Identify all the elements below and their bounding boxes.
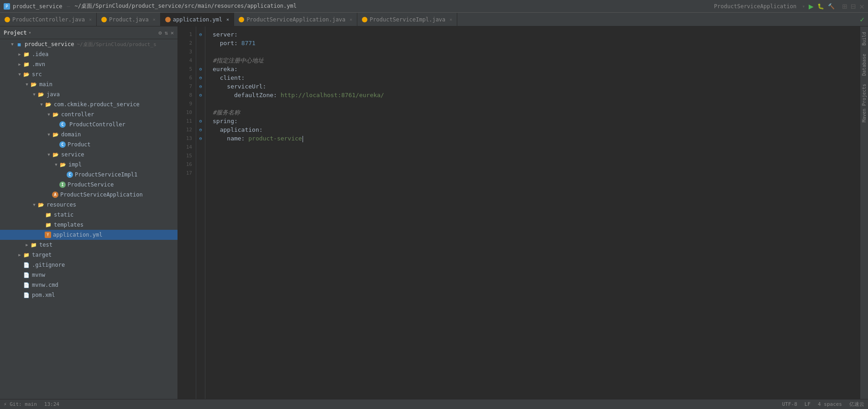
line-num-6: 6 [178, 73, 196, 82]
project-tree[interactable]: ▼ ■ product_service ~/桌面/SprinCloud/prod… [0, 39, 178, 399]
code-line-16 [213, 160, 860, 169]
folder-open-icon: 📂 [52, 111, 59, 118]
tree-path: ~/桌面/SprinCloud/product_s [77, 41, 156, 48]
status-bar: ⚡ Git: main 13:24 UTF-8 LF 4 spaces 亿速云 [0, 399, 868, 409]
tree-label: main [39, 81, 52, 88]
tree-mvn[interactable]: ▶ 📁 .mvn [0, 59, 178, 69]
tab-close[interactable]: ✕ [350, 17, 352, 22]
line-num-7: 7 [178, 82, 196, 91]
tree-gitignore[interactable]: 📄 .gitignore [0, 260, 178, 270]
line-num-14: 14 [178, 143, 196, 151]
expand-icon[interactable]: ⇅ [165, 30, 168, 36]
gutter-fold-1: ⊖ [196, 30, 205, 39]
tree-resources-pkg[interactable]: ▼ 📂 resources [0, 200, 178, 210]
tree-label: impl [68, 161, 82, 168]
tab-application[interactable]: application.yml ✕ [161, 13, 234, 26]
tree-target[interactable]: ▶ 📁 target [0, 250, 178, 260]
tree-label: templates [54, 222, 84, 228]
line-num-11: 11 [178, 117, 196, 125]
debug-button[interactable]: 🐛 [817, 3, 824, 10]
gutter-14 [196, 143, 205, 151]
tree-mvnw-cmd[interactable]: 📄 mvnw.cmd [0, 280, 178, 290]
tree-templates[interactable]: 📁 templates [0, 220, 178, 230]
tree-label: controller [61, 111, 94, 118]
file-icon: 📄 [23, 291, 30, 299]
code-line-4: #指定注册中心地址 [213, 56, 860, 65]
folder-open-icon: 📂 [37, 91, 45, 98]
code-editor[interactable]: server: port: 8771 #指定注册中心地址 eureka: cli… [205, 26, 860, 399]
title-bar: P product_service – ~/桌面/SprinCloud/prod… [0, 0, 868, 13]
close-panel-icon[interactable]: ✕ [171, 30, 174, 36]
tree-label: src [32, 71, 42, 78]
tree-ProductController[interactable]: C ProductController [0, 119, 178, 129]
tree-label: mvnw [32, 272, 45, 278]
code-line-14 [213, 143, 860, 151]
code-line-10: #服务名称 [213, 108, 860, 117]
tab-ProductController[interactable]: ProductController.java ✕ [0, 13, 97, 26]
code-line-9 [213, 99, 860, 108]
tab-Product[interactable]: Product.java ✕ [97, 13, 161, 26]
folder-icon: 📁 [45, 211, 52, 218]
gutter-16 [196, 160, 205, 169]
gutter-2 [196, 39, 205, 47]
run-button[interactable]: ▶ [809, 3, 814, 10]
gutter-fold-6: ⊖ [196, 73, 205, 82]
tab-ProductServiceImpl[interactable]: ProductServiceImpl.java ✕ [357, 13, 457, 26]
code-line-1: server: [213, 30, 860, 39]
tree-idea[interactable]: ▶ 📁 .idea [0, 49, 178, 59]
tab-label: Product.java [109, 16, 149, 23]
yml-icon [165, 17, 171, 22]
tree-static[interactable]: 📁 static [0, 210, 178, 220]
code-line-11: spring: [213, 117, 860, 125]
tree-application-yml[interactable]: Y application.yml [0, 230, 178, 240]
tree-label: test [39, 242, 52, 248]
line-num-16: 16 [178, 160, 196, 169]
tree-Product[interactable]: C Product [0, 140, 178, 150]
tree-label: .gitignore [32, 262, 65, 268]
tree-mvnw[interactable]: 📄 mvnw [0, 270, 178, 280]
line-num-1: 1 [178, 30, 196, 39]
title-bar-right: ProductServiceApplication ▾ ▶ 🐛 🔨 ⊞ ⊟ ✕ [714, 1, 864, 11]
tab-close[interactable]: ✕ [226, 17, 229, 22]
code-line-3 [213, 47, 860, 56]
tree-ProductServiceApplication[interactable]: A ProductServiceApplication [0, 190, 178, 200]
tree-ProductService[interactable]: I ProductService [0, 180, 178, 190]
tree-package[interactable]: ▼ 📂 com.ckmike.product_service [0, 99, 178, 109]
tree-label: product_service [25, 41, 74, 47]
sidebar-database-label[interactable]: Database [861, 50, 868, 79]
java-icon [5, 17, 10, 22]
tree-domain-pkg[interactable]: ▼ 📂 domain [0, 129, 178, 140]
gutter-9 [196, 99, 205, 108]
line-num-9: 9 [178, 99, 196, 108]
line-num-15: 15 [178, 151, 196, 160]
line-num-3: 3 [178, 47, 196, 56]
sidebar-maven-label[interactable]: Maven Projects [861, 80, 868, 126]
tree-root[interactable]: ▼ ■ product_service ~/桌面/SprinCloud/prod… [0, 39, 178, 49]
sidebar-build-label[interactable]: Build [861, 28, 868, 49]
tab-close[interactable]: ✕ [153, 17, 156, 22]
tree-impl-pkg[interactable]: ▼ 📂 impl [0, 160, 178, 170]
tree-java[interactable]: ▼ 📂 java [0, 89, 178, 99]
tab-close[interactable]: ✕ [89, 17, 92, 22]
build-button[interactable]: 🔨 [828, 3, 835, 10]
project-panel-title: Project [4, 30, 27, 36]
tree-controller-pkg[interactable]: ▼ 📂 controller [0, 109, 178, 119]
java-class-icon: C [67, 171, 73, 178]
gutter-fold-7: ⊖ [196, 82, 205, 91]
tree-test[interactable]: ▶ 📁 test [0, 240, 178, 250]
tab-ProductServiceApp[interactable]: ProductServiceApplication.java ✕ [234, 13, 357, 26]
settings-icon[interactable]: ⚙ [158, 30, 162, 36]
tree-service-pkg[interactable]: ▼ 📂 service [0, 150, 178, 160]
tree-pom-xml[interactable]: 📄 pom.xml [0, 290, 178, 300]
tree-main[interactable]: ▼ 📂 main [0, 79, 178, 89]
check-icon: ✓ [856, 13, 868, 26]
line-num-17: 17 [178, 169, 196, 177]
line-num-2: 2 [178, 39, 196, 47]
tree-src[interactable]: ▼ 📂 src [0, 69, 178, 79]
code-line-2: port: 8771 [213, 39, 860, 47]
gutter-15 [196, 151, 205, 160]
tab-close[interactable]: ✕ [450, 17, 452, 22]
tree-label: pom.xml [32, 292, 55, 298]
file-icon: 📄 [23, 261, 30, 269]
tree-ProductServiceImpl[interactable]: C ProductServiceImpl1 [0, 170, 178, 180]
